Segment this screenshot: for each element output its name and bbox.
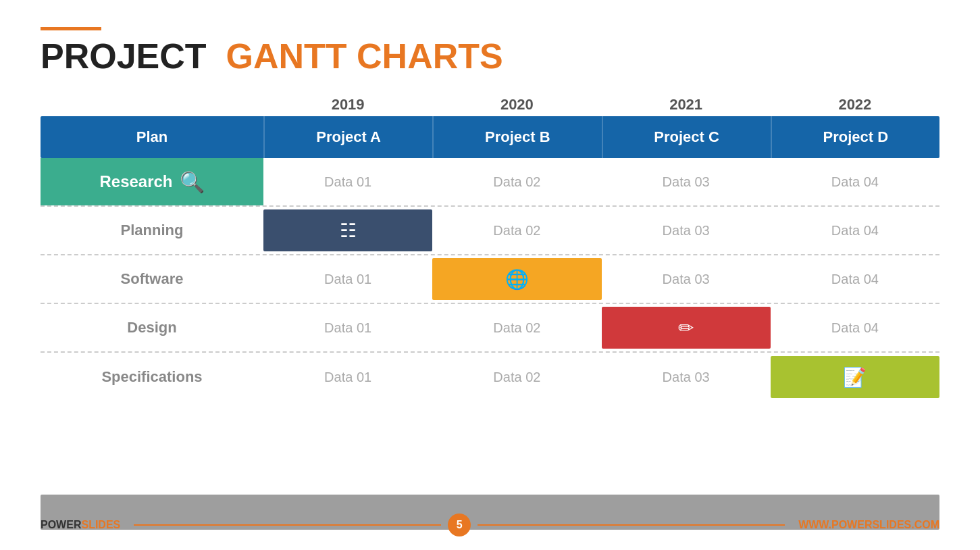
design-col2: Data 01 [263, 304, 432, 351]
research-col2: Data 01 [263, 158, 432, 205]
design-col3: Data 02 [432, 304, 601, 351]
year-2021: 2021 [602, 96, 771, 114]
pencil-icon: ✏ [678, 317, 694, 339]
footer: POWERSLIDES 5 WWW.POWERSLIDES.COM [41, 507, 939, 536]
header-row: Plan Project A Project B Project C Proje… [41, 116, 939, 158]
planning-col5: Data 04 [771, 207, 939, 254]
specs-col4: Data 03 [602, 353, 771, 401]
header-project-a: Project A [263, 116, 432, 158]
specs-col2: Data 01 [263, 353, 432, 401]
gantt-bar-design: ✏ [602, 307, 771, 349]
globe-icon: 🌐 [505, 268, 529, 291]
search-icon: 🔍 [180, 170, 205, 194]
table-row: Design Data 01 Data 02 ✏ Data 04 [41, 304, 939, 353]
software-col4: Data 03 [602, 255, 771, 303]
software-col2: Data 01 [263, 255, 432, 303]
gantt-bar-planning: ☷ [263, 209, 432, 251]
research-col4: Data 03 [602, 158, 771, 205]
software-col3: 🌐 [432, 255, 601, 303]
footer-line-container: 5 [134, 514, 785, 536]
row-label-research: Research 🔍 [41, 158, 263, 205]
design-col4: ✏ [602, 304, 771, 351]
footer-line-left [134, 524, 441, 526]
page-title: PROJECT GANTT CHARTS [41, 37, 939, 76]
year-2019: 2019 [263, 96, 432, 114]
table-row: Software Data 01 🌐 Data 03 Data 04 [41, 255, 939, 304]
header-project-b: Project B [432, 116, 601, 158]
header-project-d: Project D [771, 116, 939, 158]
footer-line-right [478, 524, 785, 526]
gantt-chart: 2019 2020 2021 2022 Plan Project A Proje… [41, 96, 939, 530]
row-label-software: Software [41, 255, 263, 303]
gantt-bar-specs: 📝 [771, 356, 939, 398]
header-plan: Plan [41, 128, 263, 146]
list-icon: 📝 [843, 366, 867, 389]
specs-col5: 📝 [771, 353, 939, 401]
header-project-c: Project C [602, 116, 771, 158]
specs-col3: Data 02 [432, 353, 601, 401]
document-icon: ☷ [340, 220, 357, 242]
year-2022: 2022 [771, 96, 939, 114]
title-decoration [41, 27, 101, 30]
year-empty [41, 96, 263, 114]
brand-orange: SLIDES [81, 519, 120, 530]
table-row: Planning ☷ Data 02 Data 03 Data 04 [41, 207, 939, 255]
page-number: 5 [448, 514, 471, 536]
website-url: WWW.POWERSLIDES.COM [798, 519, 939, 531]
research-col3: Data 02 [432, 158, 601, 205]
software-col5: Data 04 [771, 255, 939, 303]
research-col5: Data 04 [771, 158, 939, 205]
table-row: Specifications Data 01 Data 02 Data 03 📝 [41, 353, 939, 401]
title-orange: GANTT CHARTS [226, 36, 503, 76]
title-black: PROJECT [41, 36, 207, 76]
row-label-specifications: Specifications [41, 353, 263, 401]
brand-logo: POWERSLIDES [41, 519, 120, 531]
planning-col3: Data 02 [432, 207, 601, 254]
row-label-planning: Planning [41, 207, 263, 254]
planning-col2: ☷ [263, 207, 432, 254]
title-area: PROJECT GANTT CHARTS [41, 27, 939, 76]
table-row: Research 🔍 Data 01 Data 02 Data 03 Data … [41, 158, 939, 207]
year-2020: 2020 [432, 96, 601, 114]
row-label-design: Design [41, 304, 263, 351]
planning-col4: Data 03 [602, 207, 771, 254]
data-rows: Research 🔍 Data 01 Data 02 Data 03 Data … [41, 158, 939, 492]
brand-black: POWER [41, 519, 81, 530]
gantt-bar-software: 🌐 [432, 258, 601, 300]
design-col5: Data 04 [771, 304, 939, 351]
year-row: 2019 2020 2021 2022 [41, 96, 939, 114]
